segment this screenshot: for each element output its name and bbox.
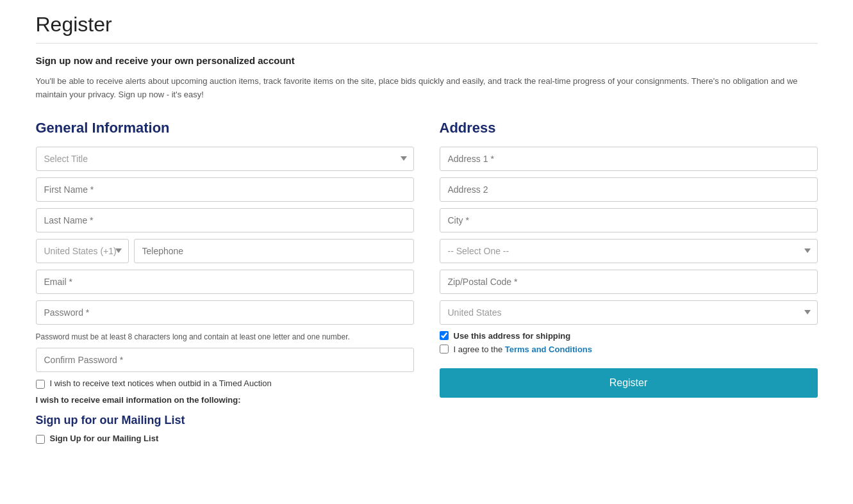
page-subtitle: Sign up now and receive your own persona… [36, 55, 818, 66]
address-section: Address -- Select One -- Alabama Alaska … [440, 120, 818, 450]
address2-input[interactable] [440, 177, 818, 202]
mailing-section: Sign up for our Mailing List Sign Up for… [36, 414, 414, 444]
register-button[interactable]: Register [440, 368, 818, 398]
text-notice-checkbox[interactable] [36, 380, 45, 389]
country-code-select[interactable]: United States (+1) United Kingdom (+44) … [36, 239, 129, 263]
telephone-input[interactable] [134, 239, 414, 263]
terms-link[interactable]: Terms and Conditions [505, 345, 592, 354]
mailing-list-row: Sign Up for our Mailing List [36, 434, 414, 444]
mailing-list-title: Sign up for our Mailing List [36, 414, 414, 427]
confirm-password-group [36, 348, 414, 372]
general-info-title: General Information [36, 120, 414, 136]
text-notice-row: I wish to receive text notices when outb… [36, 378, 414, 389]
title-select[interactable]: Select Title Mr. Mrs. Ms. Dr. [36, 147, 414, 171]
zip-input[interactable] [440, 270, 818, 294]
state-select[interactable]: -- Select One -- Alabama Alaska Arizona … [440, 239, 818, 263]
address-title: Address [440, 120, 818, 136]
address2-group [440, 177, 818, 202]
state-group: -- Select One -- Alabama Alaska Arizona … [440, 239, 818, 263]
title-divider [36, 43, 818, 44]
country-select[interactable]: United States Canada United Kingdom Aust… [440, 300, 818, 325]
form-sections: General Information Select Title Mr. Mrs… [36, 120, 818, 450]
password-group [36, 300, 414, 325]
use-shipping-checkbox[interactable] [440, 331, 449, 340]
password-hint: Password must be at least 8 characters l… [36, 331, 414, 343]
phone-group: United States (+1) United Kingdom (+44) … [36, 239, 414, 263]
agree-terms-checkbox[interactable] [440, 345, 449, 354]
agree-terms-label: I agree to the Terms and Conditions [454, 345, 593, 354]
email-input[interactable] [36, 270, 414, 294]
country-group: United States Canada United Kingdom Aust… [440, 300, 818, 325]
page-title: Register [36, 13, 818, 37]
use-shipping-row: Use this address for shipping [440, 331, 818, 341]
mailing-list-checkbox[interactable] [36, 435, 45, 444]
general-info-section: General Information Select Title Mr. Mrs… [36, 120, 414, 450]
last-name-input[interactable] [36, 208, 414, 232]
agree-terms-row: I agree to the Terms and Conditions [440, 345, 818, 354]
city-group [440, 208, 818, 232]
first-name-input[interactable] [36, 177, 414, 202]
use-shipping-label: Use this address for shipping [454, 331, 571, 341]
zip-group [440, 270, 818, 294]
first-name-group [36, 177, 414, 202]
address1-input[interactable] [440, 147, 818, 171]
address1-group [440, 147, 818, 171]
title-group: Select Title Mr. Mrs. Ms. Dr. [36, 147, 414, 171]
city-input[interactable] [440, 208, 818, 232]
last-name-group [36, 208, 414, 232]
text-notice-label: I wish to receive text notices when outb… [50, 378, 272, 388]
email-group [36, 270, 414, 294]
email-info-label: I wish to receive email information on t… [36, 395, 414, 405]
mailing-list-label: Sign Up for our Mailing List [50, 434, 159, 443]
password-input[interactable] [36, 300, 414, 325]
page-description: You'll be able to receive alerts about u… [36, 75, 818, 102]
confirm-password-input[interactable] [36, 348, 414, 372]
